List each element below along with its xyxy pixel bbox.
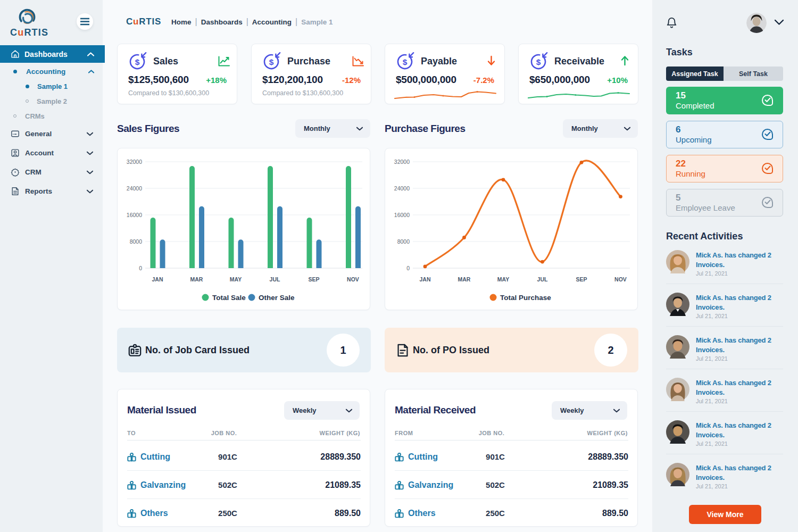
svg-text:24000: 24000 — [127, 185, 142, 192]
svg-text:Total Sale: Total Sale — [212, 294, 246, 302]
svg-text:SEP: SEP — [576, 276, 587, 282]
svg-text:JAN: JAN — [419, 276, 430, 282]
svg-text:0: 0 — [406, 265, 410, 271]
svg-text:16000: 16000 — [394, 212, 410, 218]
svg-text:MAR: MAR — [458, 276, 471, 282]
svg-text:$: $ — [536, 57, 541, 66]
svg-text:MAR: MAR — [190, 276, 203, 282]
svg-text:8000: 8000 — [130, 238, 143, 245]
svg-text:$: $ — [403, 57, 408, 66]
svg-text:NOV: NOV — [347, 276, 359, 282]
svg-text:JAN: JAN — [152, 276, 163, 282]
svg-text:24000: 24000 — [394, 185, 410, 192]
svg-text:JUL: JUL — [270, 276, 280, 282]
svg-text:16000: 16000 — [127, 212, 142, 218]
svg-text:32000: 32000 — [394, 159, 410, 165]
svg-text:0: 0 — [139, 265, 142, 271]
svg-text:Other Sale: Other Sale — [259, 294, 295, 302]
svg-text:MAY: MAY — [230, 276, 242, 282]
svg-text:$: $ — [269, 57, 274, 66]
svg-text:$: $ — [135, 57, 140, 66]
svg-text:JUL: JUL — [537, 276, 548, 282]
svg-text:32000: 32000 — [127, 159, 142, 165]
svg-text:Total Purchase: Total Purchase — [500, 294, 551, 302]
svg-text:8000: 8000 — [397, 238, 410, 245]
svg-text:NOV: NOV — [614, 276, 627, 282]
svg-text:MAY: MAY — [497, 276, 509, 282]
svg-text:SEP: SEP — [308, 276, 319, 282]
